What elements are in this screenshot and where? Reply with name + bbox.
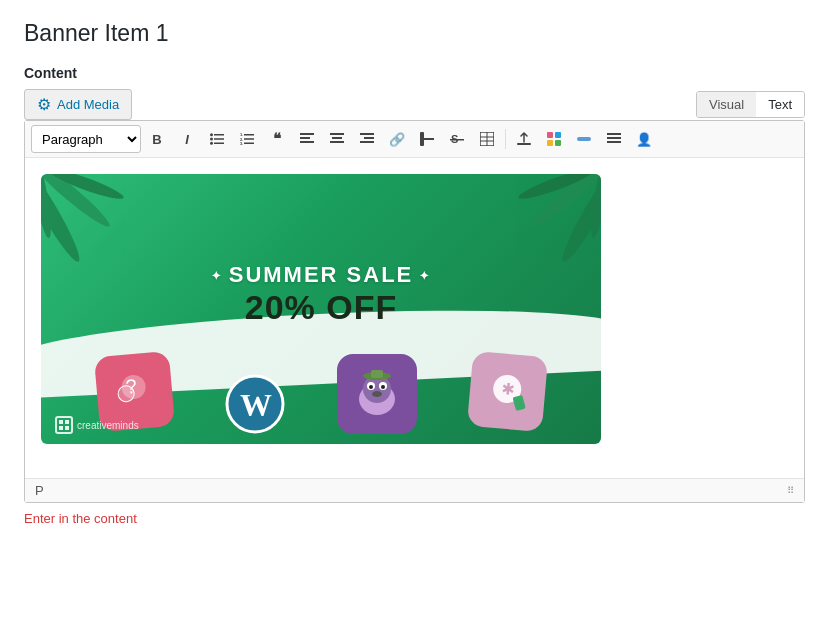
editor-toolbar: ParagraphHeading 1Heading 2Heading 3Head… [25, 121, 804, 158]
product-icon-speech: ✱ [467, 351, 548, 432]
align-center-button[interactable] [323, 125, 351, 153]
ordered-list-button[interactable]: 1.2.3. [233, 125, 261, 153]
apps-button[interactable] [540, 125, 568, 153]
palm-left-icon [41, 174, 141, 274]
lines-button[interactable] [600, 125, 628, 153]
banner-image: SUMMER SALE 20% OFF ? [41, 174, 601, 444]
svg-rect-8 [244, 143, 254, 145]
svg-rect-14 [300, 141, 314, 143]
svg-rect-20 [360, 141, 374, 143]
creativeminds-logo: creativeminds [55, 416, 139, 434]
content-label: Content [24, 65, 805, 81]
visual-button[interactable]: Visual [697, 92, 756, 117]
svg-rect-66 [65, 426, 69, 430]
svg-rect-34 [577, 137, 591, 141]
editor-wrapper: ParagraphHeading 1Heading 2Heading 3Head… [24, 120, 805, 503]
svg-rect-17 [330, 141, 344, 143]
link-button[interactable]: 🔗 [383, 125, 411, 153]
svg-rect-15 [330, 133, 344, 135]
wordpress-icon: W [225, 374, 285, 434]
percent-off-text: 20% OFF [205, 288, 438, 327]
product-icon-purple [337, 354, 417, 434]
svg-point-57 [372, 391, 382, 397]
editor-status-bar: P ⠿ [25, 478, 804, 502]
svg-rect-16 [332, 137, 342, 139]
svg-text:✱: ✱ [500, 380, 514, 398]
person-button[interactable]: 👤 [630, 125, 658, 153]
svg-point-3 [210, 133, 213, 136]
svg-rect-12 [300, 133, 314, 135]
svg-rect-0 [214, 134, 224, 136]
toolbar-separator [505, 129, 506, 149]
editor-content[interactable]: SUMMER SALE 20% OFF ? [25, 158, 804, 478]
svg-rect-36 [607, 137, 621, 139]
svg-rect-59 [371, 370, 383, 378]
add-media-button[interactable]: ⚙ Add Media [24, 89, 132, 120]
align-right-button[interactable] [353, 125, 381, 153]
svg-rect-18 [360, 133, 374, 135]
svg-rect-22 [420, 132, 424, 146]
svg-rect-65 [59, 426, 63, 430]
upload-button[interactable] [510, 125, 538, 153]
svg-rect-35 [607, 133, 621, 135]
svg-rect-31 [555, 132, 561, 138]
error-message: Enter in the content [24, 511, 805, 526]
svg-rect-63 [59, 420, 63, 424]
cm-box-icon [55, 416, 73, 434]
summer-sale-text: SUMMER SALE [205, 262, 438, 288]
page-title: Banner Item 1 [24, 20, 805, 47]
svg-rect-62 [512, 395, 525, 411]
svg-rect-30 [547, 132, 553, 138]
svg-rect-7 [244, 138, 254, 140]
svg-text:3.: 3. [240, 141, 243, 146]
divider-button[interactable] [570, 125, 598, 153]
resize-handle[interactable]: ⠿ [787, 485, 794, 496]
svg-point-5 [210, 142, 213, 145]
creativeminds-text: creativeminds [77, 420, 139, 431]
svg-rect-24 [450, 139, 464, 141]
svg-point-56 [381, 385, 385, 389]
svg-rect-29 [517, 143, 531, 145]
text-button[interactable]: Text [756, 92, 804, 117]
svg-rect-13 [300, 137, 310, 139]
visual-text-toggle: Visual Text [696, 91, 805, 118]
svg-rect-1 [214, 138, 224, 140]
add-media-bar: ⚙ Add Media Visual Text [24, 89, 805, 120]
paragraph-select[interactable]: ParagraphHeading 1Heading 2Heading 3Head… [31, 125, 141, 153]
svg-rect-37 [607, 141, 621, 143]
bold-button[interactable]: B [143, 125, 171, 153]
svg-point-55 [369, 385, 373, 389]
status-p: P [35, 483, 44, 498]
svg-rect-33 [555, 140, 561, 146]
svg-rect-6 [244, 134, 254, 136]
table-button[interactable] [473, 125, 501, 153]
align-left-button[interactable] [293, 125, 321, 153]
svg-rect-32 [547, 140, 553, 146]
blockquote-button[interactable]: ❝ [263, 125, 291, 153]
svg-text:W: W [240, 387, 272, 423]
horizontal-rule-button[interactable] [413, 125, 441, 153]
italic-button[interactable]: I [173, 125, 201, 153]
svg-rect-19 [364, 137, 374, 139]
svg-point-4 [210, 138, 213, 141]
add-media-label: Add Media [57, 97, 119, 112]
strikethrough-button[interactable]: S [443, 125, 471, 153]
palm-right-icon [501, 174, 601, 274]
svg-rect-2 [214, 143, 224, 145]
unordered-list-button[interactable] [203, 125, 231, 153]
svg-rect-64 [65, 420, 69, 424]
sale-text: SUMMER SALE 20% OFF [205, 262, 438, 327]
add-media-icon: ⚙ [37, 95, 51, 114]
